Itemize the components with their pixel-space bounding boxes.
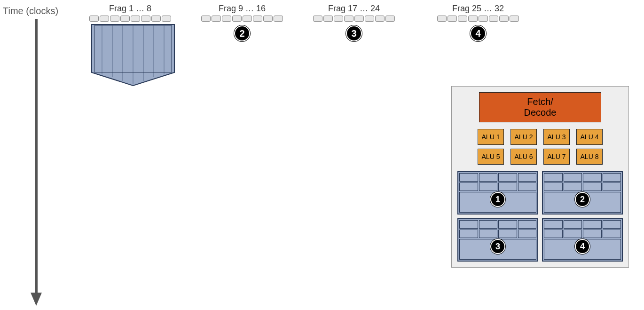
- slot: [222, 16, 231, 22]
- core-diagram: Fetch/ Decode ALU 1 ALU 2 ALU 3 ALU 4 AL…: [451, 86, 629, 268]
- time-label: Time (clocks): [3, 6, 58, 16]
- slot: [375, 16, 385, 22]
- slot: [263, 16, 273, 22]
- ctx-cell: [459, 183, 478, 191]
- ctx-cell: [459, 220, 478, 229]
- alu-grid: ALU 1 ALU 2 ALU 3 ALU 4 ALU 5 ALU 6 ALU …: [457, 129, 623, 165]
- context-3: 3: [457, 218, 538, 262]
- slot: [437, 16, 447, 22]
- frag-group-4: Frag 25 … 32 4: [437, 4, 519, 41]
- ctx-cell: [564, 173, 582, 182]
- ctx-cell: [583, 183, 602, 191]
- slot: [243, 16, 252, 22]
- ctx-cell: [479, 183, 498, 191]
- ctx-cell: [518, 220, 537, 229]
- badge-4: 4: [470, 25, 486, 41]
- slot: [151, 16, 161, 22]
- slot-row: [437, 16, 519, 22]
- slot: [201, 16, 211, 22]
- context-badge-2: 2: [575, 192, 590, 207]
- alu-6: ALU 6: [510, 149, 537, 165]
- ctx-cell: [518, 230, 537, 238]
- ctx-cell: [564, 230, 582, 238]
- slot: [499, 16, 509, 22]
- alu-2: ALU 2: [510, 129, 537, 145]
- svg-marker-1: [31, 293, 42, 306]
- slot: [89, 16, 99, 22]
- ctx-cell: [498, 220, 517, 229]
- frag-label: Frag 9 … 16: [201, 4, 283, 14]
- context-2: 2: [542, 171, 623, 215]
- ctx-cell: [498, 173, 517, 182]
- slot: [110, 16, 119, 22]
- badge-2: 2: [234, 25, 250, 41]
- streamer-shape-icon: [91, 24, 175, 87]
- frag-label: Frag 1 … 8: [89, 4, 171, 14]
- context-badge-4: 4: [575, 239, 590, 254]
- alu-3: ALU 3: [543, 129, 570, 145]
- slot: [120, 16, 130, 22]
- ctx-cell: [479, 173, 498, 182]
- slot: [100, 16, 109, 22]
- ctx-cell: [603, 183, 621, 191]
- slot: [232, 16, 242, 22]
- slot: [365, 16, 374, 22]
- slot: [162, 16, 171, 22]
- ctx-cell: [564, 183, 582, 191]
- context-badge-3: 3: [490, 239, 505, 254]
- context-badge-1: 1: [490, 192, 505, 207]
- context-1: 1: [457, 171, 538, 215]
- ctx-cell: [459, 230, 478, 238]
- ctx-cell: [498, 230, 517, 238]
- slot: [313, 16, 322, 22]
- ctx-cell: [544, 220, 563, 229]
- badge-3: 3: [346, 25, 362, 41]
- slot: [274, 16, 283, 22]
- context-4: 4: [542, 218, 623, 262]
- ctx-cell: [603, 173, 621, 182]
- ctx-cell: [479, 230, 498, 238]
- frag-label: Frag 17 … 24: [313, 4, 395, 14]
- context-grid: 1 2 3 4: [457, 171, 623, 262]
- slot-row: [89, 16, 171, 22]
- slot-row: [201, 16, 283, 22]
- ctx-cell: [603, 220, 621, 229]
- time-arrow-icon: [29, 19, 43, 306]
- ctx-cell: [603, 230, 621, 238]
- alu-4: ALU 4: [576, 129, 603, 145]
- slot: [385, 16, 395, 22]
- slot: [253, 16, 262, 22]
- ctx-cell: [583, 220, 602, 229]
- alu-5: ALU 5: [478, 149, 504, 165]
- ctx-cell: [544, 183, 563, 191]
- ctx-cell: [459, 173, 478, 182]
- slot: [458, 16, 467, 22]
- ctx-cell: [583, 230, 602, 238]
- slot: [344, 16, 353, 22]
- ctx-cell: [479, 220, 498, 229]
- ctx-cell: [564, 220, 582, 229]
- ctx-cell: [498, 183, 517, 191]
- slot: [131, 16, 140, 22]
- frag-label: Frag 25 … 32: [437, 4, 519, 14]
- frag-group-2: Frag 9 … 16 2: [201, 4, 283, 41]
- alu-1: ALU 1: [478, 129, 504, 145]
- ctx-cell: [544, 173, 563, 182]
- slot: [479, 16, 488, 22]
- slot: [212, 16, 221, 22]
- slot-row: [313, 16, 395, 22]
- slot: [489, 16, 498, 22]
- slot: [468, 16, 478, 22]
- ctx-cell: [518, 183, 537, 191]
- alu-8: ALU 8: [576, 149, 603, 165]
- slot: [141, 16, 150, 22]
- alu-7: ALU 7: [543, 149, 570, 165]
- slot: [510, 16, 519, 22]
- ctx-cell: [518, 173, 537, 182]
- slot: [323, 16, 333, 22]
- ctx-cell: [583, 173, 602, 182]
- slot: [334, 16, 343, 22]
- ctx-cell: [544, 230, 563, 238]
- slot: [448, 16, 457, 22]
- slot: [354, 16, 364, 22]
